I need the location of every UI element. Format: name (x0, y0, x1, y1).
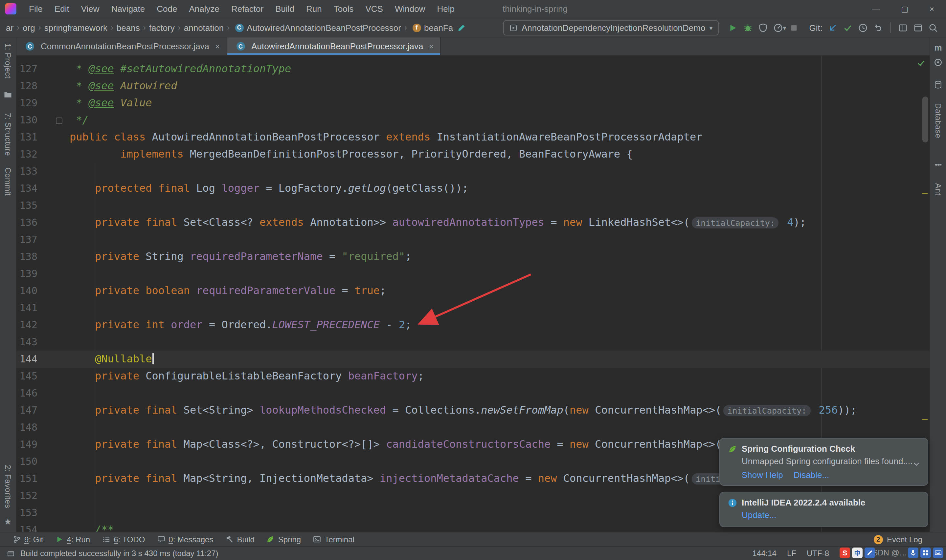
line-number[interactable]: 152 (17, 487, 69, 504)
code-line[interactable]: 133 (17, 163, 929, 180)
line-number[interactable]: 148 (17, 419, 69, 436)
sidebar-item-commit[interactable]: Commit (3, 168, 12, 196)
code-line[interactable]: 131public class AutowiredAnnotationBeanP… (17, 129, 929, 146)
menu-edit[interactable]: Edit (49, 4, 75, 14)
line-number[interactable]: 149 (17, 436, 69, 453)
caret-position-widget[interactable]: 144:14 (752, 549, 777, 558)
line-number[interactable]: 129 (17, 95, 69, 112)
git-history-button[interactable] (855, 21, 871, 34)
show-help-link[interactable]: Show Help (742, 470, 783, 480)
menu-analyze[interactable]: Analyze (183, 4, 225, 14)
disable-link[interactable]: Disable... (793, 470, 829, 480)
code-line[interactable]: 147 private final Set<String> lookupMeth… (17, 402, 929, 419)
close-icon[interactable]: × (215, 42, 220, 51)
breadcrumb-item[interactable]: beanFa (424, 23, 454, 32)
code-line[interactable]: 129 * @see Value (17, 95, 929, 112)
breadcrumb-item[interactable]: springframework (44, 23, 108, 32)
encoding-widget[interactable]: UTF-8 (807, 549, 829, 558)
update-link[interactable]: Update... (742, 510, 777, 520)
code-line[interactable]: 145 private ConfigurableListableBeanFact… (17, 368, 929, 385)
inspections-ok-icon[interactable] (917, 58, 926, 68)
line-number[interactable]: 153 (17, 504, 69, 521)
code-line[interactable]: 141 (17, 299, 929, 317)
scrollbar-thumb[interactable] (922, 97, 928, 143)
code-line[interactable]: 136 private final Set<Class<? extends An… (17, 214, 929, 231)
run-button[interactable] (725, 21, 740, 34)
tool-window-button-spring[interactable]: Spring (260, 532, 307, 546)
menu-refactor[interactable]: Refactor (225, 4, 270, 14)
sidebar-item-maven[interactable]: m (934, 43, 942, 52)
menu-help[interactable]: Help (431, 4, 461, 14)
line-number[interactable]: 127 (17, 60, 69, 77)
git-rollback-button[interactable] (871, 21, 886, 34)
tool-window-button-messages[interactable]: 0: Messages (151, 532, 219, 546)
code-line[interactable]: 144 @Nullable (17, 351, 929, 368)
close-button[interactable]: × (929, 4, 934, 14)
menu-navigate[interactable]: Navigate (105, 4, 151, 14)
tool-window-button-run[interactable]: 4: Run (49, 532, 96, 546)
code-line[interactable]: 140 private boolean requiredParameterVal… (17, 282, 929, 299)
breadcrumb-item[interactable]: annotation (183, 23, 224, 32)
line-number[interactable]: 142 (17, 317, 69, 334)
code-line[interactable]: 139 (17, 265, 929, 282)
git-update-button[interactable] (825, 21, 840, 34)
code-line[interactable]: 132 implements MergedBeanDefinitionPostP… (17, 146, 929, 163)
line-ending-widget[interactable]: LF (787, 549, 796, 558)
line-number[interactable]: 135 (17, 197, 69, 214)
sidebar-item-structure[interactable]: 7: Structure (3, 112, 12, 155)
debug-button[interactable] (740, 21, 755, 34)
menu-run[interactable]: Run (300, 4, 328, 14)
line-number[interactable]: 146 (17, 385, 69, 402)
line-number[interactable]: 133 (17, 163, 69, 180)
tab-common-annotation-bean-post-processor[interactable]: C CommonAnnotationBeanPostProcessor.java… (17, 37, 227, 55)
line-number[interactable]: 141 (17, 299, 69, 317)
code-line[interactable]: 137 (17, 231, 929, 248)
git-commit-button[interactable] (840, 21, 855, 34)
fold-marker-icon[interactable] (56, 117, 62, 124)
tool-window-button-build[interactable]: Build (219, 532, 260, 546)
breadcrumb-item[interactable]: ar (5, 23, 14, 32)
stripe-mark[interactable] (922, 193, 928, 194)
sidebar-item-favorites[interactable]: 2: Favorites (3, 465, 12, 508)
line-number[interactable]: 154 (17, 521, 69, 532)
line-number[interactable]: 137 (17, 231, 69, 248)
menu-code[interactable]: Code (151, 4, 183, 14)
tool-window-button-terminal[interactable]: Terminal (307, 532, 361, 546)
menu-build[interactable]: Build (270, 4, 300, 14)
menu-vcs[interactable]: VCS (359, 4, 388, 14)
menu-window[interactable]: Window (389, 4, 431, 14)
code-line[interactable]: 134 protected final Log logger = LogFact… (17, 180, 929, 197)
menu-view[interactable]: View (75, 4, 105, 14)
line-number[interactable]: 151 (17, 470, 69, 487)
search-everywhere-icon[interactable] (926, 21, 941, 34)
sidebar-item-project[interactable]: 1: Project (3, 43, 12, 78)
line-number[interactable]: 140 (17, 282, 69, 299)
code-line[interactable]: 130 */ (17, 112, 929, 129)
code-line[interactable]: 128 * @see Autowired (17, 77, 929, 95)
sidebar-item-ant[interactable]: Ant (934, 183, 943, 195)
code-line[interactable]: 146 (17, 385, 929, 402)
hide-windows-icon[interactable] (911, 21, 926, 34)
sidebar-item-database[interactable]: Database (934, 103, 943, 138)
edit-location-icon[interactable] (454, 21, 469, 34)
code-line[interactable]: 138 private String requiredParameterName… (17, 248, 929, 265)
chevron-down-icon[interactable]: ▾ (783, 24, 786, 31)
maximize-button[interactable]: ▢ (901, 4, 909, 14)
event-log-button[interactable]: 2 Event Log (874, 535, 940, 544)
chevron-down-icon[interactable] (912, 460, 921, 469)
breadcrumb-item[interactable]: factory (148, 23, 176, 32)
breadcrumb-item[interactable]: beans (116, 23, 140, 32)
code-line[interactable]: 143 (17, 334, 929, 351)
line-number[interactable]: 150 (17, 453, 69, 470)
tool-window-button-git[interactable]: 9: Git (6, 532, 49, 546)
line-number[interactable]: 134 (17, 180, 69, 197)
breadcrumb-item[interactable]: AutowiredAnnotationBeanPostProcessor (246, 23, 402, 32)
close-icon[interactable]: × (429, 42, 434, 51)
coverage-button[interactable] (755, 21, 770, 34)
restful-tool-icon[interactable] (934, 58, 943, 69)
code-line[interactable]: 127 * @see #setAutowiredAnnotationType (17, 60, 929, 77)
line-number[interactable]: 139 (17, 265, 69, 282)
tool-window-button-todo[interactable]: 6: TODO (96, 532, 151, 546)
star-icon[interactable]: ★ (4, 517, 11, 526)
code-line[interactable]: 142 private int order = Ordered.LOWEST_P… (17, 317, 929, 334)
